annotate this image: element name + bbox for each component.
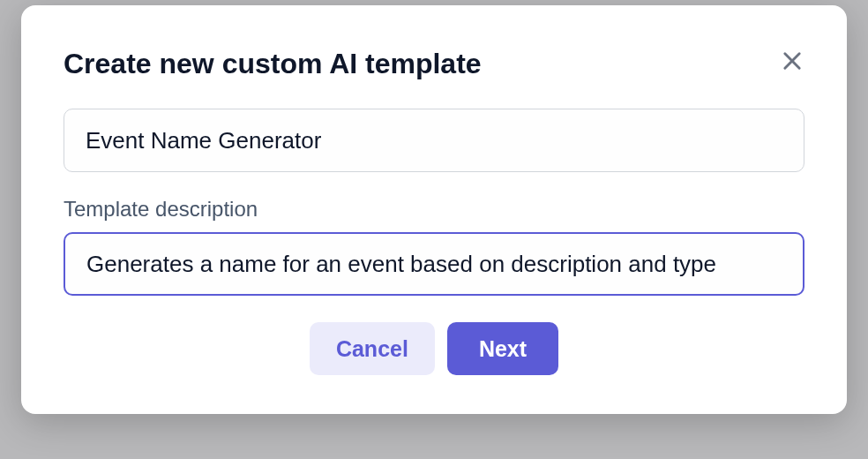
modal-button-row: Cancel Next: [64, 322, 804, 375]
close-icon: [780, 49, 804, 76]
cancel-button[interactable]: Cancel: [310, 322, 435, 375]
template-name-field-group: [64, 109, 804, 172]
template-description-input[interactable]: [64, 232, 804, 296]
modal-title: Create new custom AI template: [64, 48, 804, 80]
create-template-modal: Create new custom AI template Template d…: [21, 5, 847, 414]
template-name-input[interactable]: [64, 109, 804, 172]
template-description-label: Template description: [64, 197, 804, 222]
template-description-field-group: Template description: [64, 197, 804, 296]
close-button[interactable]: [776, 46, 808, 78]
next-button[interactable]: Next: [447, 322, 558, 375]
